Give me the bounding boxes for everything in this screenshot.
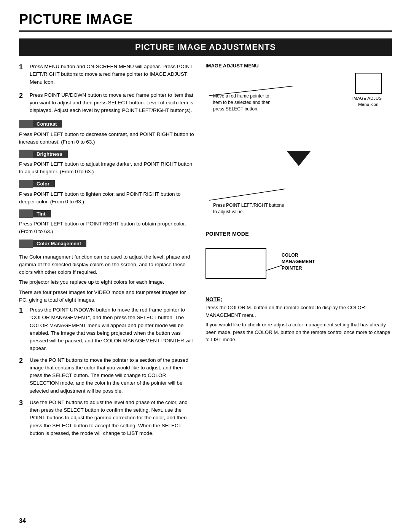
brightness-label-row: Brightness — [19, 150, 194, 158]
brightness-text: Press POINT LEFT button to adjust image … — [19, 160, 194, 176]
cm-icon-box — [19, 240, 33, 248]
contrast-icon-box — [19, 120, 33, 128]
pointer-mode-section: POINTER MODE COLORMANAGEMENTPOINTER — [206, 231, 392, 290]
step-number: 2 — [19, 92, 26, 100]
tint-label: Tint — [33, 210, 51, 217]
step-text: Press MENU button and ON-SCREEN MENU wil… — [30, 63, 194, 86]
note-title: NOTE; — [206, 296, 392, 302]
contrast-label: Contrast — [33, 120, 62, 128]
color-icon-box — [19, 180, 33, 188]
step-number: 1 — [19, 63, 26, 71]
menu-icon-container: IMAGE ADJUSTMenu icon — [352, 73, 384, 107]
contrast-text: Press POINT LEFT button to decrease cont… — [19, 131, 194, 146]
adjust-caption: Press POINT LEFT/RIGHT buttonsto adjust … — [213, 202, 284, 215]
svg-line-1 — [209, 189, 285, 200]
cm-step-3: 3 Use the POINT buttons to adjust the le… — [19, 399, 194, 437]
cm-intro-2: The projector lets you replace up to eig… — [19, 278, 194, 286]
cm-step-text: Use the POINT buttons to adjust the leve… — [30, 399, 194, 437]
intro-step-1: 1 Press MENU button and ON-SCREEN MENU w… — [19, 63, 194, 86]
cm-label: Color Management — [33, 240, 86, 247]
main-content: 1 Press MENU button and ON-SCREEN MENU w… — [19, 63, 392, 441]
svg-line-2 — [266, 265, 282, 270]
pointer-mode-label: POINTER MODE — [206, 231, 392, 237]
section-header: PICTURE IMAGE ADJUSTMENTS — [19, 38, 392, 56]
page-number: 34 — [19, 518, 26, 524]
arrow-caption: Move a red frame pointer to item to be s… — [213, 93, 278, 112]
cm-label-row: Color Management — [19, 240, 194, 248]
note-section: NOTE; Press the COLOR M. button on the r… — [206, 296, 392, 343]
image-adjust-menu-label: IMAGE ADJUST MENU — [206, 63, 392, 69]
left-column: 1 Press MENU button and ON-SCREEN MENU w… — [19, 63, 194, 441]
cm-step-num: 3 — [19, 399, 26, 407]
menu-icon-box — [355, 73, 382, 94]
brightness-label: Brightness — [33, 150, 68, 158]
pointer-caption: COLORMANAGEMENTPOINTER — [282, 252, 315, 271]
cm-step-num: 2 — [19, 357, 26, 365]
cm-step-text: Use the POINT buttons to move the pointe… — [30, 356, 194, 395]
menu-diagram: Move a red frame pointer to item to be s… — [206, 71, 392, 147]
note-line-2: If you would like to check or re-adjust … — [206, 321, 392, 343]
color-label-row: Color — [19, 180, 194, 188]
down-arrow-shape — [287, 151, 311, 166]
down-arrow — [206, 151, 392, 166]
note-line-1: Press the COLOR M. button on the remote … — [206, 304, 392, 319]
tint-label-row: Tint — [19, 209, 194, 218]
cm-step-num: 1 — [19, 307, 26, 315]
pointer-diagram: COLORMANAGEMENTPOINTER — [206, 241, 392, 290]
color-text: Press POINT LEFT button to lighten color… — [19, 190, 194, 206]
brightness-icon-box — [19, 150, 33, 158]
tint-text: Press POINT LEFT button or POINT RIGHT b… — [19, 220, 194, 236]
cm-step-2: 2 Use the POINT buttons to move the poin… — [19, 356, 194, 395]
tint-icon-box — [19, 209, 33, 218]
contrast-label-row: Contrast — [19, 120, 194, 128]
step-text: Press POINT UP/DOWN button to move a red… — [30, 91, 194, 115]
cm-section: The Color management function can be use… — [19, 253, 194, 438]
intro-step-2: 2 Press POINT UP/DOWN button to move a r… — [19, 91, 194, 115]
cm-intro-1: The Color management function can be use… — [19, 253, 194, 276]
cm-intro-3: There are four preset images for VIDEO m… — [19, 289, 194, 304]
lower-diagram: Press POINT LEFT/RIGHT buttonsto adjust … — [206, 174, 392, 219]
cm-step-1: 1 Press the POINT UP/DOWN button to move… — [19, 306, 194, 353]
right-column: IMAGE ADJUST MENU Move a red frame point… — [206, 63, 392, 441]
page-container: PICTURE IMAGE PICTURE IMAGE ADJUSTMENTS … — [0, 0, 411, 464]
page-title: PICTURE IMAGE — [19, 11, 392, 32]
cm-step-text: Press the POINT UP/DOWN button to move t… — [30, 306, 194, 353]
menu-icon-label: IMAGE ADJUSTMenu icon — [352, 95, 384, 107]
color-label: Color — [33, 180, 55, 187]
